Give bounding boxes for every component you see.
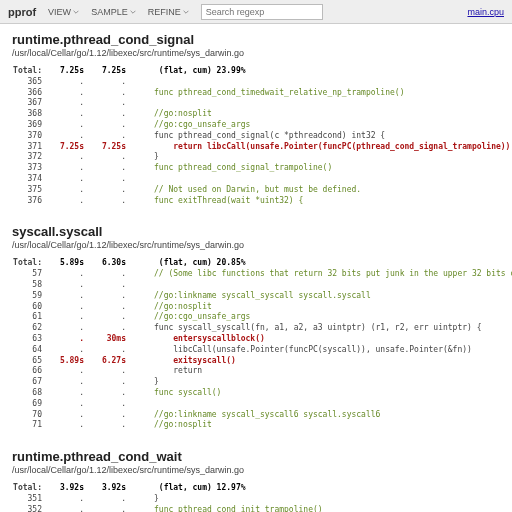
source-line: 62..func syscall_syscall(fn, a1, a2, a3 … [12,323,500,334]
source-line: 3717.25s7.25s return libcCall(unsafe.Poi… [12,142,500,153]
source-line: 351..} [12,494,500,505]
source-line: 64.. libcCall(unsafe.Pointer(funcPC(sysc… [12,345,500,356]
totals-row: Total:5.89s6.30s (flat, cum) 20.85% [12,258,500,269]
chevron-down-icon [183,9,189,15]
source-line: 370..func pthread_cond_signal(c *pthread… [12,131,500,142]
source-line: 68..func syscall() [12,388,500,399]
source-line: 71..//go:nosplit [12,420,500,431]
source-line: 655.89s6.27s exitsyscall() [12,356,500,367]
source-line: 376..func exitThread(wait *uint32) { [12,196,500,207]
source-line: 367.. [12,98,500,109]
source-section: runtime.pthread_cond_signal/usr/local/Ce… [12,32,500,206]
source-line: 60..//go:nosplit [12,302,500,313]
source-line: 63.30ms entersyscallblock() [12,334,500,345]
source-line: 57..// (Some libc functions that return … [12,269,500,280]
source-listing: Total:3.92s3.92s (flat, cum) 12.97%351..… [12,483,500,512]
content: runtime.pthread_cond_signal/usr/local/Ce… [0,24,512,512]
function-name: runtime.pthread_cond_signal [12,32,500,47]
source-listing: Total:7.25s7.25s (flat, cum) 23.99%365..… [12,66,500,206]
source-line: 369..//go:cgo_unsafe_args [12,120,500,131]
source-line: 69.. [12,399,500,410]
chevron-down-icon [130,9,136,15]
source-listing: Total:5.89s6.30s (flat, cum) 20.85%57../… [12,258,500,431]
source-path: /usr/local/Cellar/go/1.12/libexec/src/ru… [12,48,500,58]
source-section: runtime.pthread_cond_wait/usr/local/Cell… [12,449,500,512]
source-path: /usr/local/Cellar/go/1.12/libexec/src/ru… [12,465,500,475]
profile-link[interactable]: main.cpu [467,7,504,17]
source-line: 58.. [12,280,500,291]
totals-row: Total:3.92s3.92s (flat, cum) 12.97% [12,483,500,494]
source-line: 366..func pthread_cond_timedwait_relativ… [12,88,500,99]
totals-row: Total:7.25s7.25s (flat, cum) 23.99% [12,66,500,77]
source-line: 373..func pthread_cond_signal_trampoline… [12,163,500,174]
source-section: syscall.syscall/usr/local/Cellar/go/1.12… [12,224,500,431]
menu-sample[interactable]: SAMPLE [91,7,136,17]
source-line: 70..//go:linkname syscall_syscall6 sysca… [12,410,500,421]
source-line: 352..func pthread_cond_init_trampoline() [12,505,500,512]
chevron-down-icon [73,9,79,15]
brand: pprof [8,6,36,18]
topbar: pprof VIEW SAMPLE REFINE main.cpu [0,0,512,24]
source-line: 374.. [12,174,500,185]
source-line: 368..//go:nosplit [12,109,500,120]
source-line: 365.. [12,77,500,88]
source-line: 375..// Not used on Darwin, but must be … [12,185,500,196]
function-name: runtime.pthread_cond_wait [12,449,500,464]
function-name: syscall.syscall [12,224,500,239]
menu-view[interactable]: VIEW [48,7,79,17]
menu-refine[interactable]: REFINE [148,7,189,17]
search-input[interactable] [201,4,323,20]
source-line: 372..} [12,152,500,163]
source-line: 59..//go:linkname syscall_syscall syscal… [12,291,500,302]
source-line: 66.. return [12,366,500,377]
source-path: /usr/local/Cellar/go/1.12/libexec/src/ru… [12,240,500,250]
source-line: 61..//go:cgo_unsafe_args [12,312,500,323]
source-line: 67..} [12,377,500,388]
